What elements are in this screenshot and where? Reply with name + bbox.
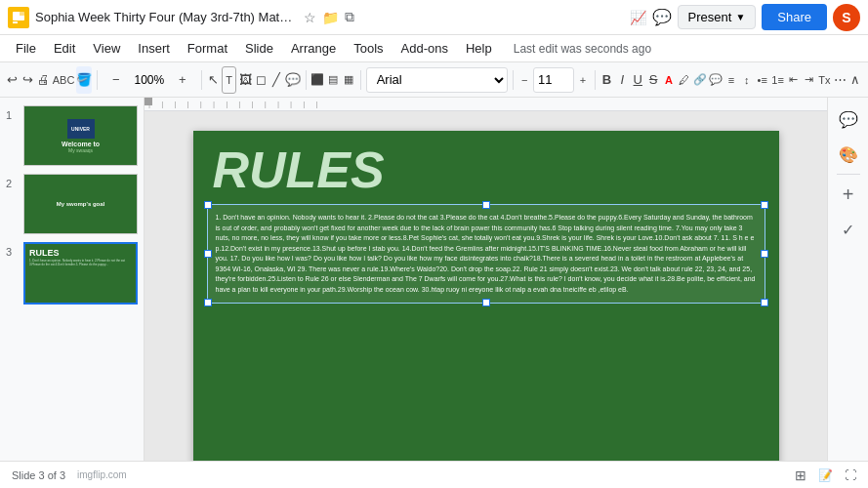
layout-button[interactable]: ▤ <box>326 66 340 94</box>
zoom-control: − 100% + <box>103 66 196 94</box>
bg-color-button[interactable]: ⬛ <box>310 66 324 94</box>
zoom-value: 100% <box>132 73 167 87</box>
star-icon[interactable]: ☆ <box>304 10 316 25</box>
shape-button[interactable]: ◻ <box>254 66 268 94</box>
highlight-button[interactable]: 🖊 <box>678 66 691 94</box>
main-area: 1 UNIVER Welcome to My swaaqs 2 My swomp… <box>0 98 868 461</box>
menu-help[interactable]: Help <box>458 38 500 59</box>
textbox-button[interactable]: T <box>222 66 236 94</box>
menu-arrange[interactable]: Arrange <box>283 38 344 59</box>
handle-tr[interactable] <box>761 201 768 209</box>
user-avatar[interactable]: S <box>833 4 860 31</box>
last-edit-text: Last edit was seconds ago <box>514 42 651 56</box>
grid-view-button[interactable]: ⊞ <box>795 468 806 483</box>
align-button[interactable]: ≡ <box>724 66 738 94</box>
undo-button[interactable]: ↩ <box>6 66 20 94</box>
menu-format[interactable]: Format <box>180 38 235 59</box>
select-tool-button[interactable]: ↖ <box>206 66 220 94</box>
handle-bc[interactable] <box>482 299 490 306</box>
handle-bl[interactable] <box>204 299 212 306</box>
comment-icon[interactable]: 💬 <box>652 8 672 26</box>
avatar-initial: S <box>842 10 850 25</box>
strikethrough-button[interactable]: S <box>646 66 660 94</box>
link-button[interactable]: 🔗 <box>693 66 707 94</box>
print-button[interactable]: 🖨 <box>37 66 51 94</box>
slide-row-1: 1 UNIVER Welcome to My swaaqs <box>6 105 138 166</box>
themes-panel-button[interactable]: 🎨 <box>833 139 864 170</box>
separator-4 <box>360 70 361 90</box>
line-button[interactable]: ╱ <box>269 66 283 94</box>
menu-addons[interactable]: Add-ons <box>393 38 456 59</box>
bullet-list-button[interactable]: •≡ <box>756 66 769 94</box>
font-family-select[interactable]: Arial Times New Roman Verdana <box>366 67 508 93</box>
image-button[interactable]: 🖼 <box>238 66 252 94</box>
slide-row-2: 2 My swomp's goal <box>6 174 138 234</box>
separator-3 <box>306 70 307 90</box>
decrease-indent-button[interactable]: ⇤ <box>787 66 801 94</box>
underline-button[interactable]: U <box>631 66 644 94</box>
insert-comment-button[interactable]: 💬 <box>709 66 723 94</box>
slide-row-3: 3 RULES 1. Don't have an opinion. Nobody… <box>6 242 138 305</box>
slide-title: RULES <box>193 131 779 204</box>
slide-thumbnail-2[interactable]: My swomp's goal <box>23 174 138 234</box>
imgflip-watermark: imgflip.com <box>77 469 127 480</box>
clear-format-button[interactable]: Tx <box>817 66 831 94</box>
separator-2 <box>201 70 202 90</box>
bold-button[interactable]: B <box>600 66 614 94</box>
present-tab-icon[interactable]: ⧉ <box>345 9 354 25</box>
activity-icon[interactable]: 📈 <box>630 10 646 25</box>
slide-number-1: 1 <box>6 105 20 121</box>
slide-thumbnail-1[interactable]: UNIVER Welcome to My swaaqs <box>23 105 138 166</box>
share-button[interactable]: Share <box>762 4 827 30</box>
handle-ml[interactable] <box>204 250 212 258</box>
text-color-button[interactable]: A <box>662 66 676 94</box>
bottom-bar: Slide 3 of 3 imgflip.com ⊞ 📝 ⛶ <box>0 461 868 488</box>
spellcheck-button[interactable]: ABC <box>53 66 75 94</box>
handle-mr[interactable] <box>761 250 768 258</box>
font-size-decrease-button[interactable]: − <box>517 66 531 94</box>
separator-1 <box>97 70 98 90</box>
redo-button[interactable]: ↪ <box>21 66 35 94</box>
add-panel-button[interactable]: + <box>833 179 864 210</box>
zoom-in-button[interactable]: + <box>169 66 196 94</box>
slide-thumbnail-3[interactable]: RULES 1. Don't have an opinion. Nobody w… <box>23 242 138 305</box>
ruler-horizontal: | | | | | | | | | | | | | | <box>145 98 827 111</box>
collapse-toolbar-button[interactable]: ∧ <box>848 66 862 94</box>
menu-slide[interactable]: Slide <box>237 38 281 59</box>
slide-textbox[interactable]: 1. Don't have an opinion. Nobody wants t… <box>207 204 765 304</box>
menu-insert[interactable]: Insert <box>130 38 178 59</box>
menu-edit[interactable]: Edit <box>46 38 83 59</box>
font-size-increase-button[interactable]: + <box>576 66 590 94</box>
separator-5 <box>513 70 514 90</box>
font-size-input[interactable] <box>533 67 574 93</box>
right-panel-divider <box>837 174 860 175</box>
svg-rect-3 <box>20 12 24 16</box>
fullscreen-button[interactable]: ⛶ <box>845 468 856 482</box>
present-button[interactable]: Present ▼ <box>678 5 757 29</box>
zoom-out-button[interactable]: − <box>103 66 130 94</box>
handle-tl[interactable] <box>204 201 212 209</box>
comment-toolbar-button[interactable]: 💬 <box>285 66 301 94</box>
comments-panel-button[interactable]: 💬 <box>833 103 864 135</box>
right-panel: 💬 🎨 + ✓ <box>827 98 868 461</box>
thumb1-title: Welcome to <box>62 141 100 147</box>
menu-tools[interactable]: Tools <box>346 38 391 59</box>
thumb2-title: My swomp's goal <box>57 201 104 207</box>
slide-panel: 1 UNIVER Welcome to My swaaqs 2 My swomp… <box>0 98 145 461</box>
folder-icon[interactable]: 📁 <box>322 10 339 25</box>
layout2-button[interactable]: ▦ <box>342 66 355 94</box>
check-panel-button[interactable]: ✓ <box>833 214 864 245</box>
handle-br[interactable] <box>761 299 768 306</box>
line-spacing-button[interactable]: ↕ <box>740 66 754 94</box>
increase-indent-button[interactable]: ⇥ <box>802 66 815 94</box>
present-label: Present <box>688 10 732 24</box>
more-options-button[interactable]: ⋯ <box>833 66 847 94</box>
slides-logo-icon <box>8 7 29 28</box>
paint-format-button[interactable]: 🪣 <box>76 66 92 94</box>
menu-view[interactable]: View <box>85 38 128 59</box>
speaker-notes-button[interactable]: 📝 <box>818 468 833 482</box>
italic-button[interactable]: I <box>615 66 629 94</box>
numbered-list-button[interactable]: 1≡ <box>771 66 785 94</box>
menu-file[interactable]: File <box>8 38 44 59</box>
handle-tc[interactable] <box>482 201 490 209</box>
